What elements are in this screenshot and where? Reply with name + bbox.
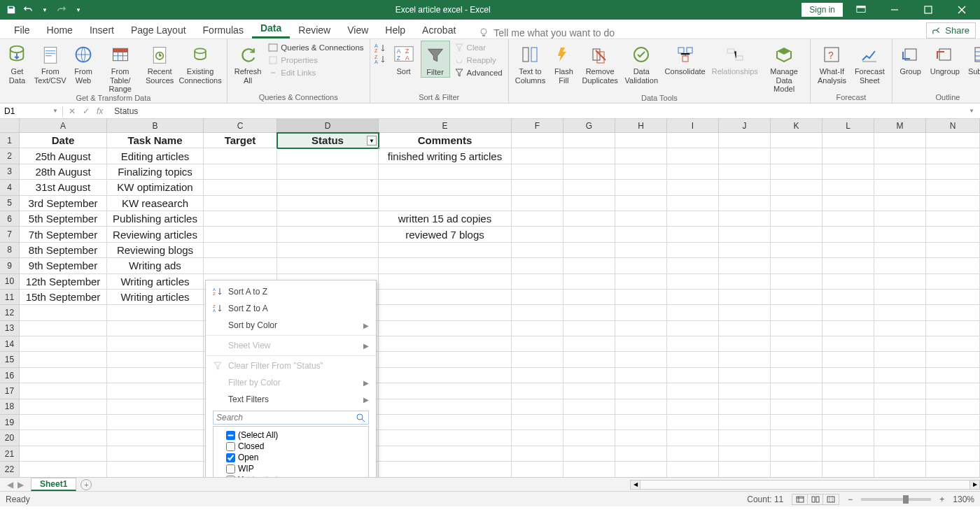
filter-option[interactable]: Yet to start <box>216 474 365 477</box>
filter-checkbox[interactable] <box>226 464 235 474</box>
subtotal-button[interactable]: Subtotal <box>965 41 980 76</box>
row-header[interactable]: 9 <box>0 258 20 273</box>
cell[interactable]: Publishing articles <box>107 211 204 227</box>
cell[interactable] <box>564 180 615 195</box>
cell[interactable] <box>719 196 771 211</box>
cell[interactable] <box>512 430 564 446</box>
cell[interactable]: 31st August <box>20 180 107 195</box>
select-all-corner[interactable] <box>0 119 20 133</box>
cell[interactable] <box>379 164 512 180</box>
cell[interactable] <box>719 211 771 227</box>
cell[interactable] <box>926 383 980 399</box>
cell[interactable] <box>379 336 512 352</box>
cell[interactable]: Comments <box>379 133 512 148</box>
cancel-formula-icon[interactable]: ✕ <box>69 106 76 116</box>
filter-option[interactable]: WIP <box>216 463 365 474</box>
cell[interactable]: 28th August <box>20 164 107 180</box>
col-header[interactable]: F <box>512 119 564 133</box>
cell[interactable] <box>926 243 980 258</box>
prev-sheet-icon[interactable]: ◀ <box>7 480 13 490</box>
zoom-out-button[interactable]: − <box>848 495 853 504</box>
tab-help[interactable]: Help <box>377 22 414 38</box>
cell[interactable] <box>107 352 204 367</box>
cell[interactable] <box>771 336 822 352</box>
cell[interactable] <box>512 258 564 273</box>
cell[interactable]: 9th September <box>20 258 107 273</box>
col-header[interactable]: G <box>564 119 615 133</box>
recent-sources-button[interactable]: Recent Sources <box>144 41 176 85</box>
cell[interactable] <box>615 462 667 477</box>
cell[interactable] <box>874 336 926 352</box>
cell[interactable] <box>564 399 615 415</box>
cell[interactable] <box>719 415 771 430</box>
cell[interactable] <box>719 383 771 399</box>
row-header[interactable]: 17 <box>0 383 20 399</box>
cell[interactable] <box>564 258 615 273</box>
cell[interactable] <box>379 446 512 462</box>
cell[interactable]: finished writing 5 articles <box>379 148 512 164</box>
cell[interactable] <box>20 368 107 383</box>
cell[interactable] <box>874 368 926 383</box>
cell[interactable] <box>874 148 926 164</box>
cell[interactable]: 7th September <box>20 227 107 242</box>
row-header[interactable]: 15 <box>0 352 20 367</box>
cell[interactable] <box>512 180 564 195</box>
sort-za-item[interactable]: ZASort Z to A <box>206 300 376 317</box>
row-header[interactable]: 19 <box>0 415 20 430</box>
consolidate-button[interactable]: Consolidate <box>663 41 707 76</box>
col-header[interactable]: B <box>107 119 204 133</box>
cell[interactable] <box>771 462 822 477</box>
col-header[interactable]: H <box>615 119 667 133</box>
filter-checkbox[interactable] <box>226 431 235 440</box>
cell[interactable] <box>512 290 564 305</box>
cell[interactable] <box>874 164 926 180</box>
cell[interactable] <box>615 148 667 164</box>
cell[interactable] <box>874 321 926 336</box>
cell[interactable] <box>822 399 874 415</box>
cell[interactable]: Date <box>20 133 107 148</box>
row-header[interactable]: 7 <box>0 227 20 242</box>
cell[interactable] <box>615 258 667 273</box>
cell[interactable] <box>107 383 204 399</box>
filter-checkbox[interactable] <box>226 442 235 451</box>
cell[interactable] <box>564 368 615 383</box>
qat-dropdown-icon[interactable]: ▼ <box>39 4 50 15</box>
cell[interactable] <box>822 227 874 242</box>
queries-connections-button[interactable]: Queries & Connections <box>267 42 365 53</box>
cell[interactable]: reviewed 7 blogs <box>379 227 512 242</box>
cell[interactable] <box>20 305 107 320</box>
cell[interactable]: written 15 ad copies <box>379 211 512 227</box>
cell[interactable] <box>20 415 107 430</box>
cell[interactable] <box>20 430 107 446</box>
cell[interactable] <box>564 164 615 180</box>
cell[interactable] <box>667 399 719 415</box>
cell[interactable] <box>926 133 980 148</box>
row-header[interactable]: 10 <box>0 274 20 290</box>
cell[interactable] <box>667 430 719 446</box>
cell[interactable] <box>926 290 980 305</box>
cell[interactable] <box>771 305 822 320</box>
cell[interactable] <box>926 368 980 383</box>
cell[interactable] <box>564 415 615 430</box>
row-header[interactable]: 11 <box>0 290 20 305</box>
name-box[interactable]: D1▼ <box>0 106 63 116</box>
cell[interactable] <box>771 352 822 367</box>
tab-page-layout[interactable]: Page Layout <box>122 22 195 38</box>
filter-button[interactable]: Filter <box>421 41 450 78</box>
cell[interactable]: Status <box>277 133 379 148</box>
cell[interactable] <box>379 321 512 336</box>
row-header[interactable]: 5 <box>0 196 20 211</box>
cell[interactable] <box>512 383 564 399</box>
cell[interactable]: Target <box>204 133 277 148</box>
cell[interactable] <box>719 336 771 352</box>
cell[interactable] <box>719 321 771 336</box>
tab-acrobat[interactable]: Acrobat <box>414 22 464 38</box>
cell[interactable] <box>667 336 719 352</box>
cell[interactable] <box>667 196 719 211</box>
cell[interactable] <box>20 336 107 352</box>
cell[interactable] <box>512 243 564 258</box>
cell[interactable] <box>926 415 980 430</box>
forecast-sheet-button[interactable]: Forecast Sheet <box>852 41 888 85</box>
cell[interactable] <box>667 164 719 180</box>
cell[interactable] <box>667 258 719 273</box>
